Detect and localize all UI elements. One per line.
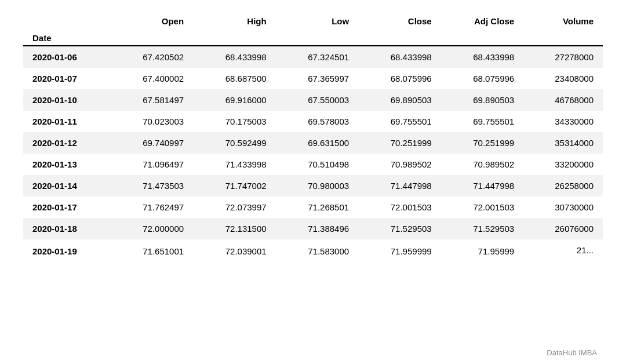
value-cell: 67.400002 xyxy=(111,68,194,89)
value-cell: 70.989502 xyxy=(441,154,524,175)
value-cell: 70.592499 xyxy=(193,132,276,154)
value-cell: 30730000 xyxy=(523,196,603,218)
value-cell: 69.890503 xyxy=(358,89,441,111)
adj-close-column-header: Adj Close xyxy=(441,12,524,31)
value-cell: 70.989502 xyxy=(358,154,441,175)
date-cell: 2020-01-19 xyxy=(23,239,111,263)
value-cell: 71.268501 xyxy=(276,196,359,218)
value-cell: 72.000000 xyxy=(111,218,194,239)
value-cell: 69.578003 xyxy=(276,111,359,132)
table-row: 2020-01-0767.40000268.68750067.36599768.… xyxy=(23,68,603,89)
column-header-row: Open High Low Close Adj Close Volume xyxy=(23,12,603,31)
table-row: 2020-01-1971.65100172.03900171.58300071.… xyxy=(23,239,603,263)
value-cell: 71.651001 xyxy=(111,239,194,263)
date-cell: 2020-01-07 xyxy=(23,68,111,89)
value-cell: 46768000 xyxy=(523,89,603,111)
value-cell: 68.075996 xyxy=(358,68,441,89)
volume-column-header: Volume xyxy=(523,12,603,31)
value-cell: 69.740997 xyxy=(111,132,194,154)
value-cell: 68.433998 xyxy=(193,46,276,68)
value-cell: 70.023003 xyxy=(111,111,194,132)
value-cell: 70.251999 xyxy=(358,132,441,154)
value-cell: 67.324501 xyxy=(276,46,359,68)
date-cell: 2020-01-10 xyxy=(23,89,111,111)
value-cell: 33200000 xyxy=(523,154,603,175)
value-cell: 71.096497 xyxy=(111,154,194,175)
value-cell: 70.251999 xyxy=(441,132,524,154)
close-column-header: Close xyxy=(358,12,441,31)
value-cell: 71.959999 xyxy=(358,239,441,263)
value-cell: 71.473503 xyxy=(111,175,194,196)
value-cell: 72.131500 xyxy=(193,218,276,239)
low-column-header: Low xyxy=(276,12,359,31)
value-cell: 26076000 xyxy=(523,218,603,239)
table-row: 2020-01-1067.58149769.91600067.55000369.… xyxy=(23,89,603,111)
stock-data-table: Open High Low Close Adj Close Volume Dat… xyxy=(23,12,603,263)
value-cell: 67.365997 xyxy=(276,68,359,89)
value-cell: 72.073997 xyxy=(193,196,276,218)
value-cell: 71.95999 xyxy=(441,239,524,263)
date-cell: 2020-01-06 xyxy=(23,46,111,68)
value-cell: 21... xyxy=(523,239,603,263)
value-cell: 67.581497 xyxy=(111,89,194,111)
value-cell: 27278000 xyxy=(523,46,603,68)
date-label-row: Date xyxy=(23,31,603,45)
value-cell: 35314000 xyxy=(523,132,603,154)
table-row: 2020-01-1771.76249772.07399771.26850172.… xyxy=(23,196,603,218)
value-cell: 71.762497 xyxy=(111,196,194,218)
value-cell: 68.687500 xyxy=(193,68,276,89)
value-cell: 71.747002 xyxy=(193,175,276,196)
table-wrapper: Open High Low Close Adj Close Volume Dat… xyxy=(0,0,626,268)
value-cell: 69.916000 xyxy=(193,89,276,111)
value-cell: 72.001503 xyxy=(358,196,441,218)
value-cell: 67.550003 xyxy=(276,89,359,111)
value-cell: 23408000 xyxy=(523,68,603,89)
value-cell: 71.583000 xyxy=(276,239,359,263)
value-cell: 70.980003 xyxy=(276,175,359,196)
table-row: 2020-01-1269.74099770.59249969.63150070.… xyxy=(23,132,603,154)
value-cell: 26258000 xyxy=(523,175,603,196)
date-cell: 2020-01-13 xyxy=(23,154,111,175)
date-label: Date xyxy=(23,31,111,45)
table-row: 2020-01-0667.42050268.43399867.32450168.… xyxy=(23,46,603,68)
date-cell: 2020-01-11 xyxy=(23,111,111,132)
value-cell: 71.529503 xyxy=(358,218,441,239)
value-cell: 71.529503 xyxy=(441,218,524,239)
table-row: 2020-01-1872.00000072.13150071.38849671.… xyxy=(23,218,603,239)
date-cell: 2020-01-17 xyxy=(23,196,111,218)
value-cell: 69.755501 xyxy=(358,111,441,132)
value-cell: 71.433998 xyxy=(193,154,276,175)
value-cell: 69.755501 xyxy=(441,111,524,132)
date-cell: 2020-01-18 xyxy=(23,218,111,239)
value-cell: 68.075996 xyxy=(441,68,524,89)
value-cell: 69.890503 xyxy=(441,89,524,111)
watermark: DataHub IMBA xyxy=(547,348,597,357)
value-cell: 72.039001 xyxy=(193,239,276,263)
date-column-header xyxy=(23,12,111,31)
value-cell: 72.001503 xyxy=(441,196,524,218)
value-cell: 71.388496 xyxy=(276,218,359,239)
value-cell: 67.420502 xyxy=(111,46,194,68)
open-column-header: Open xyxy=(111,12,194,31)
date-cell: 2020-01-12 xyxy=(23,132,111,154)
value-cell: 71.447998 xyxy=(441,175,524,196)
high-column-header: High xyxy=(193,12,276,31)
value-cell: 34330000 xyxy=(523,111,603,132)
table-body: 2020-01-0667.42050268.43399867.32450168.… xyxy=(23,46,603,263)
value-cell: 71.447998 xyxy=(358,175,441,196)
table-row: 2020-01-1170.02300370.17500369.57800369.… xyxy=(23,111,603,132)
value-cell: 69.631500 xyxy=(276,132,359,154)
table-row: 2020-01-1471.47350371.74700270.98000371.… xyxy=(23,175,603,196)
table-row: 2020-01-1371.09649771.43399870.51049870.… xyxy=(23,154,603,175)
value-cell: 70.510498 xyxy=(276,154,359,175)
date-cell: 2020-01-14 xyxy=(23,175,111,196)
value-cell: 70.175003 xyxy=(193,111,276,132)
value-cell: 68.433998 xyxy=(441,46,524,68)
value-cell: 68.433998 xyxy=(358,46,441,68)
